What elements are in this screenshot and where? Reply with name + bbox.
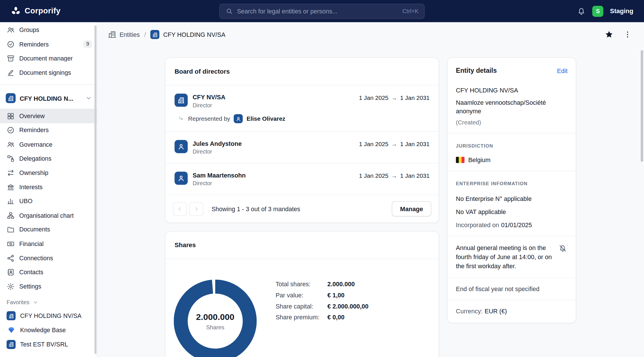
represented-by-row: Represented by Elise Olivarez <box>178 114 430 123</box>
sidebar-item-label: Documents <box>19 226 92 233</box>
main-scrollbar[interactable] <box>641 50 643 162</box>
groups-icon <box>7 26 15 34</box>
sidebar-item-financial[interactable]: Financial <box>0 237 97 251</box>
donut-total-value: 2.000.000 <box>196 312 234 322</box>
main-content: Entities / CFY HOLDING NV/SA <box>97 22 644 357</box>
corporify-logo-icon <box>11 6 21 16</box>
represented-by-label: Represented by <box>188 115 230 122</box>
arrow-right-icon: → <box>391 94 397 101</box>
sidebar-item-label: Organisational chart <box>19 212 92 219</box>
board-of-directors-card: Board of directors CFY NV/SA Director <box>165 57 439 223</box>
edit-entity-link[interactable]: Edit <box>557 67 567 74</box>
pagination-next-button[interactable] <box>189 202 203 216</box>
currency-label: Currency: <box>456 308 483 314</box>
representative-name[interactable]: Elise Olivarez <box>247 115 285 122</box>
mandate-row[interactable]: Sam Maartensohn Director 1 Jan 2025 → 1 … <box>166 164 439 195</box>
app-window: Corporify Ctrl+K S Staging GroupsReminde… <box>0 0 644 357</box>
stat-value: € 0,00 <box>327 314 369 320</box>
donut-center: 2.000.000 Shares <box>174 280 257 357</box>
sidebar-item-label: Knowledge Base <box>20 327 92 333</box>
notifications-bell-icon[interactable] <box>577 7 586 15</box>
incorporated-row: Incorporated on01/01/2025 <box>456 221 567 228</box>
mandate-name[interactable]: CFY NV/SA <box>193 94 226 100</box>
sidebar-item-governance[interactable]: Governance <box>0 137 97 152</box>
inbox-icon <box>7 55 15 63</box>
sidebar-item-groups[interactable]: Groups <box>0 23 97 37</box>
sidebar-divider <box>0 85 97 85</box>
sidebar-item-settings[interactable]: Settings <box>0 279 97 294</box>
groups-icon <box>7 140 15 149</box>
sidebar-item-label: UBO <box>19 198 92 205</box>
person-avatar-icon <box>234 114 243 123</box>
sidebar-item-document-signings[interactable]: Document signings <box>0 66 97 80</box>
mandate-row[interactable]: CFY NV/SA Director 1 Jan 2025 → 1 Jan 20… <box>166 85 439 132</box>
check-circle-icon <box>7 40 15 49</box>
sidebar-item-label: Governance <box>19 141 92 148</box>
delegation-icon <box>7 155 15 163</box>
breadcrumb-current-label: CFY HOLDING NV/SA <box>163 31 226 38</box>
search-input[interactable] <box>237 8 398 15</box>
entity-selector-label: CFY HOLDING N... <box>20 95 81 102</box>
bell-slash-icon[interactable] <box>559 244 567 253</box>
stat-label: Par value: <box>275 292 327 298</box>
breadcrumb: Entities / CFY HOLDING NV/SA <box>97 22 644 47</box>
person-avatar-icon <box>174 172 188 185</box>
gem-icon <box>7 326 15 334</box>
favorite-item-knowledge-base[interactable]: Knowledge Base <box>0 323 97 337</box>
shares-donut-chart: 2.000.000 Shares <box>174 280 257 357</box>
sidebar-item-label: Test EST BV/SRL <box>20 341 92 348</box>
sidebar-item-documents[interactable]: Documents <box>0 223 97 237</box>
entity-selector[interactable]: CFY HOLDING N... <box>0 90 97 107</box>
check-circle-icon <box>7 126 15 134</box>
sidebar-item-label: Document signings <box>19 69 92 76</box>
jurisdiction-header: JURISDICTION <box>456 143 567 148</box>
sidebar-item-connections[interactable]: Connections <box>0 251 97 265</box>
sidebar-item-interests[interactable]: Interests <box>0 180 97 194</box>
building-outline-icon <box>8 313 14 319</box>
manage-button[interactable]: Manage <box>392 201 431 216</box>
global-search[interactable]: Ctrl+K <box>219 3 424 19</box>
stat-value: € 1,00 <box>327 292 369 298</box>
sidebar-item-reminders[interactable]: Reminders9 <box>0 37 97 51</box>
sidebar-item-overview[interactable]: Overview <box>0 109 97 123</box>
sidebar-item-ubo[interactable]: UBO <box>0 194 97 208</box>
sidebar-scrollbar[interactable] <box>94 25 96 354</box>
breadcrumb-current-entity[interactable]: CFY HOLDING NV/SA <box>150 30 225 39</box>
favorite-item-test-est-bv-srl[interactable]: Test EST BV/SRL <box>0 337 97 352</box>
sidebar-item-delegations[interactable]: Delegations <box>0 152 97 166</box>
mandate-row[interactable]: Jules Andystone Director 1 Jan 2025 → 1 … <box>166 132 439 164</box>
sidebar-item-document-manager[interactable]: Document manager <box>0 51 97 66</box>
elbow-arrow-icon <box>178 115 184 122</box>
shares-body: 2.000.000 Shares Total shares:2.000.000P… <box>166 259 439 357</box>
sidebar-global-section: GroupsReminders9Document managerDocument… <box>0 23 97 80</box>
entities-icon <box>108 30 116 39</box>
pagination-prev-button[interactable] <box>173 202 187 216</box>
divider <box>448 236 576 236</box>
stat-value: € 2.000.000,00 <box>327 302 369 309</box>
user-avatar[interactable]: S <box>592 5 603 17</box>
favorite-star-button[interactable] <box>605 30 614 39</box>
entity-avatar-icon <box>7 311 16 320</box>
favorites-section-toggle[interactable]: Favorites <box>0 294 97 309</box>
orgchart-icon <box>7 211 15 220</box>
brand[interactable]: Corporify <box>11 6 61 16</box>
favorite-item-cfy-holding-nv-sa[interactable]: CFY HOLDING NV/SA <box>0 309 97 323</box>
mandate-name[interactable]: Sam Maartensohn <box>193 172 246 178</box>
chart-icon <box>7 197 15 205</box>
sidebar-item-ownership[interactable]: Ownership <box>0 166 97 180</box>
vat-line: No VAT applicable <box>456 208 567 215</box>
breadcrumb-entities[interactable]: Entities <box>108 30 140 39</box>
sidebar-item-label: Reminders <box>19 127 92 134</box>
count-badge: 9 <box>83 41 92 48</box>
sidebar-item-organisational-chart[interactable]: Organisational chart <box>0 208 97 223</box>
divider <box>448 300 576 300</box>
sidebar-item-reminders[interactable]: Reminders <box>0 123 97 138</box>
gear-icon <box>7 283 15 291</box>
sidebar-item-contacts[interactable]: Contacts <box>0 265 97 279</box>
belgium-flag-icon <box>456 157 464 163</box>
mandate-name[interactable]: Jules Andystone <box>193 140 242 147</box>
breadcrumb-root-label: Entities <box>120 31 140 38</box>
knowledge-base-gem-icon <box>7 326 16 335</box>
network-icon <box>7 254 15 262</box>
more-options-button[interactable] <box>623 30 632 39</box>
